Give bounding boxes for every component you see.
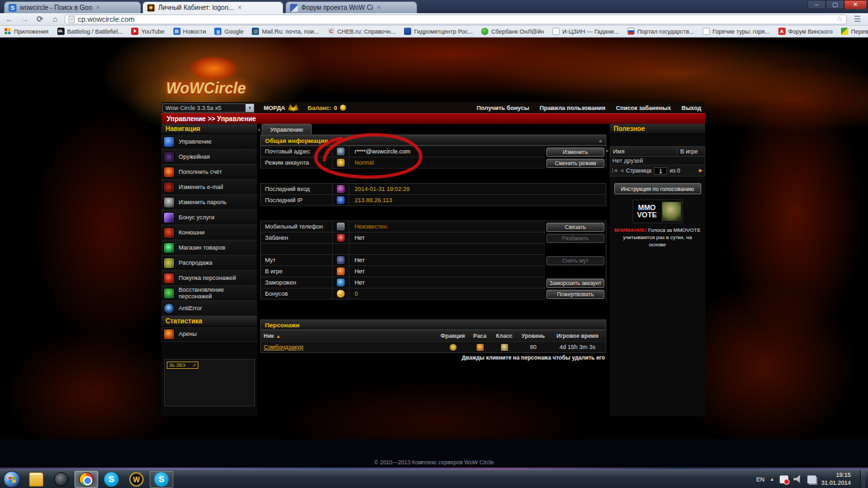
sidebar-item-change-password[interactable]: Изменить пароль bbox=[161, 195, 257, 210]
tab-forum[interactable]: Форум проекта WoW Ci × bbox=[285, 1, 417, 13]
bookmark-battlelog[interactable]: BLBattlelog / Battlefiel... bbox=[57, 28, 123, 35]
collapse-right-icon[interactable]: ▸ bbox=[606, 148, 609, 153]
bookmark-news[interactable]: BНовости bbox=[173, 28, 206, 35]
network-icon[interactable] bbox=[807, 475, 816, 483]
ad-badge[interactable]: ЗЬ ЗВЭ ↗ bbox=[167, 362, 199, 369]
home-icon[interactable]: ⌂ bbox=[49, 14, 61, 24]
bookmark-mailru[interactable]: @Mail.Ru: почта, пои... bbox=[252, 28, 318, 35]
sidebar-item-sale[interactable]: Распродажа bbox=[161, 256, 257, 271]
sidebar-item-arenas[interactable]: Арены bbox=[161, 327, 257, 342]
taskbar-chrome[interactable] bbox=[74, 471, 98, 488]
bookmark-cheb[interactable]: CCHEB.ru: Справочн... bbox=[328, 28, 396, 35]
window-controls: – ▢ ✕ bbox=[807, 0, 867, 9]
taskbar-skype[interactable]: S bbox=[100, 471, 123, 488]
vote-instruction-button[interactable]: Инструкция по голосованию bbox=[614, 183, 701, 194]
bookmark-sberbank[interactable]: Сбербанк ОнЛ@йн bbox=[481, 28, 544, 35]
sidebar-item-refill[interactable]: Пополнить счёт bbox=[161, 165, 257, 180]
bonus-icon bbox=[163, 212, 175, 223]
tab-close-icon[interactable]: × bbox=[238, 5, 242, 11]
back-icon[interactable]: ← bbox=[4, 14, 15, 24]
characters-header[interactable]: Персонажи bbox=[260, 319, 606, 330]
col-faction[interactable]: Фракция bbox=[437, 331, 469, 341]
character-link[interactable]: Сэмбондзакур bbox=[264, 344, 303, 350]
forward-icon[interactable]: → bbox=[19, 14, 30, 24]
clock-time: 19:15 bbox=[821, 472, 851, 479]
tab-close-icon[interactable]: × bbox=[96, 5, 100, 11]
tray-expand-icon[interactable]: ▲ bbox=[770, 477, 774, 481]
rules-link[interactable]: Правила пользования bbox=[540, 105, 606, 111]
tab-search[interactable]: S wowcircle - Поиск в Goo × bbox=[4, 1, 141, 13]
tab-cabinet[interactable]: Личный Кабинет: logon... × bbox=[142, 1, 283, 13]
chrome-menu-icon[interactable]: ☰ bbox=[851, 14, 864, 24]
collapse-icon[interactable]: ▴ bbox=[599, 138, 602, 144]
col-nick[interactable]: Ник▲ bbox=[261, 331, 437, 341]
taskbar-explorer[interactable] bbox=[24, 471, 48, 488]
sidebar-item-shop[interactable]: Магазин товаров bbox=[161, 240, 257, 256]
volume-icon[interactable] bbox=[794, 475, 802, 483]
sidebar-item-armory[interactable]: Оружейная bbox=[161, 149, 257, 165]
server-select[interactable]: Wow Circle 3.3.5a x5 ▾ bbox=[162, 103, 254, 113]
action-center-icon[interactable] bbox=[780, 475, 788, 483]
freeze-account-button[interactable]: Заморозить аккаунт bbox=[546, 279, 604, 288]
skype-icon: S bbox=[154, 472, 169, 487]
donate-button[interactable]: Пожертвовать bbox=[546, 290, 604, 299]
sidebar-item-antierror[interactable]: AntiError bbox=[161, 301, 257, 316]
banned-list-link[interactable]: Список забаненых bbox=[616, 105, 670, 111]
general-info-header[interactable]: Общая информация ▴ bbox=[260, 135, 606, 146]
bookmark-tours[interactable]: Горячие туры: горя... bbox=[703, 28, 770, 35]
first-page-icon[interactable]: ◀ bbox=[612, 168, 617, 173]
taskbar-steam[interactable] bbox=[49, 471, 73, 488]
sidebar-item-change-email[interactable]: Изменить e-mail bbox=[161, 180, 257, 195]
wowcircle-logo[interactable]: WoWCircle bbox=[166, 52, 265, 101]
row-label: Заморожен bbox=[261, 277, 332, 288]
arena-icon bbox=[163, 329, 175, 340]
col-time[interactable]: Игровое время bbox=[549, 331, 606, 341]
sidebar-item-stables[interactable]: Конюшни bbox=[161, 225, 257, 240]
tab-management[interactable]: Управление bbox=[262, 124, 312, 134]
email-row: Почтовый адрес r****@wowcircle.com Измен… bbox=[261, 146, 606, 157]
bookmark-google[interactable]: gGoogle bbox=[214, 28, 243, 35]
col-class[interactable]: Класс bbox=[491, 331, 517, 341]
close-button[interactable]: ✕ bbox=[844, 0, 867, 9]
logout-link[interactable]: Выход bbox=[681, 105, 701, 111]
reload-icon[interactable]: ⟳ bbox=[34, 14, 45, 24]
bookmark-apps[interactable]: Приложения bbox=[4, 28, 49, 35]
maximize-button[interactable]: ▢ bbox=[826, 0, 844, 9]
bookmark-translator[interactable]: Переводчик онлай... bbox=[841, 28, 868, 35]
bookmark-vinsky[interactable]: AФорум Винского bbox=[778, 28, 832, 35]
show-desktop-button[interactable] bbox=[860, 470, 865, 488]
prev-page-icon[interactable]: ◀ bbox=[620, 168, 623, 173]
taskbar-wow[interactable]: W bbox=[125, 471, 148, 488]
tab-close-icon[interactable]: × bbox=[377, 5, 381, 11]
next-page-icon[interactable]: ▶ bbox=[699, 168, 703, 173]
taskbar-skype-running[interactable]: S bbox=[150, 471, 173, 488]
get-bonuses-link[interactable]: Получить бонусы bbox=[477, 105, 529, 111]
morda-link[interactable]: МОРДА bbox=[264, 105, 285, 111]
bookmark-gidromet[interactable]: Гидрометцентр Рос... bbox=[404, 28, 473, 35]
language-indicator[interactable]: EN bbox=[757, 476, 765, 483]
page-input[interactable]: 1 bbox=[654, 167, 667, 175]
character-row[interactable]: Сэмбондзакур 80 4d 15h 3m 3s bbox=[261, 341, 606, 352]
race-icon bbox=[476, 343, 484, 352]
ad-banner[interactable]: ЗЬ ЗВЭ ↗ bbox=[164, 359, 255, 406]
address-bar[interactable]: cp.wowcircle.com ☆ bbox=[65, 14, 847, 24]
collapse-left-icon[interactable]: ◂ bbox=[258, 127, 260, 132]
link-phone-button[interactable]: Связать bbox=[546, 223, 604, 232]
sidebar-item-char-purchase[interactable]: Покупка персонажей bbox=[161, 271, 257, 286]
bookmark-gosuslugi[interactable]: Портал государств... bbox=[627, 28, 694, 35]
minimize-button[interactable]: – bbox=[807, 0, 826, 9]
sidebar-item-management[interactable]: Управление bbox=[161, 134, 257, 149]
bookmark-youtube[interactable]: YouTube bbox=[131, 28, 164, 35]
sidebar-item-bonus-services[interactable]: Бонус услуги bbox=[161, 210, 257, 225]
change-mode-button[interactable]: Сменить режим bbox=[546, 159, 604, 168]
col-race[interactable]: Раса bbox=[469, 331, 491, 341]
url-text[interactable]: cp.wowcircle.com bbox=[78, 15, 832, 23]
change-email-button[interactable]: Изменить bbox=[546, 148, 604, 157]
mmovote-banner[interactable]: MMO VOTE bbox=[633, 200, 683, 223]
start-button[interactable] bbox=[3, 471, 20, 488]
bookmark-iczin[interactable]: И-ЦЗИН — Гадани... bbox=[552, 28, 619, 35]
taskbar-clock[interactable]: 19:15 31.01.2014 bbox=[821, 472, 851, 487]
sidebar-item-char-restore[interactable]: Восстановление персонажей bbox=[161, 286, 257, 301]
bookmark-star-icon[interactable]: ☆ bbox=[836, 14, 843, 24]
col-level[interactable]: Уровень bbox=[517, 331, 549, 341]
